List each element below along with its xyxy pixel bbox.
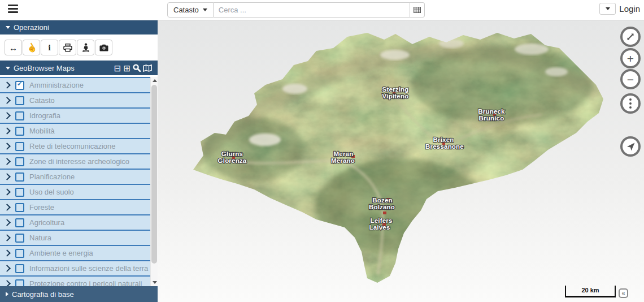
search-category-label: Catasto bbox=[173, 6, 199, 14]
layer-checkbox[interactable] bbox=[15, 249, 24, 258]
layer-row-natura[interactable]: Natura bbox=[0, 230, 150, 245]
caret-down-icon bbox=[606, 7, 610, 10]
layer-row-scienze-terra[interactable]: Informazioni sulle scienze della terra bbox=[0, 260, 150, 275]
chevron-right-icon[interactable] bbox=[3, 249, 11, 257]
search-results-table-button[interactable] bbox=[410, 2, 425, 18]
chevron-right-icon[interactable] bbox=[3, 188, 11, 196]
layer-list-scrollbar[interactable] bbox=[150, 77, 158, 286]
screenshot-button[interactable] bbox=[95, 40, 112, 55]
chevron-right-icon[interactable] bbox=[3, 158, 11, 165]
table-grid-icon bbox=[414, 7, 421, 13]
layer-label: Natura bbox=[29, 234, 51, 242]
layer-checkbox[interactable] bbox=[15, 96, 24, 105]
layer-label: Idrografia bbox=[29, 111, 60, 120]
zoom-in-button[interactable]: + bbox=[620, 48, 641, 68]
layer-checkbox[interactable] bbox=[15, 172, 24, 182]
dots-vertical-icon bbox=[629, 98, 632, 101]
place-label: Brunico bbox=[479, 115, 504, 122]
place-label: Glorenza bbox=[218, 157, 247, 164]
scrollbar-thumb[interactable] bbox=[151, 85, 157, 264]
print-icon bbox=[63, 44, 72, 52]
place-label: Bressanone bbox=[425, 143, 464, 150]
panel-title: GeoBrowser Maps bbox=[14, 64, 75, 72]
place-label: Bruneck bbox=[478, 108, 505, 115]
plus-icon: + bbox=[627, 53, 634, 64]
search-category-dropdown[interactable]: Catasto bbox=[167, 2, 214, 18]
layer-row-ambiente-energia[interactable]: Ambiente e energia bbox=[0, 245, 150, 260]
scroll-up-icon[interactable] bbox=[153, 79, 157, 82]
layer-row-rete-telecomunicazione[interactable]: Rete di telecomunicazione bbox=[0, 138, 150, 153]
layer-row-catasto[interactable]: Catasto bbox=[0, 92, 150, 107]
layer-checkbox[interactable] bbox=[15, 81, 24, 90]
search-input[interactable] bbox=[214, 2, 410, 18]
layer-row-zone-archeologico[interactable]: Zone di interesse archeologico bbox=[0, 153, 150, 169]
collapse-all-icon[interactable]: ⊟ bbox=[114, 64, 121, 72]
layer-label: Protezione contro i pericoli naturali bbox=[29, 279, 142, 286]
layer-checkbox[interactable] bbox=[15, 157, 24, 166]
chevron-right-icon[interactable] bbox=[3, 234, 11, 241]
search-layers-icon[interactable] bbox=[133, 64, 141, 72]
panel-header-geobrowser[interactable]: GeoBrowser Maps ⊟ ⊞ bbox=[0, 61, 158, 75]
chevron-right-icon[interactable] bbox=[3, 173, 11, 180]
layer-checkbox[interactable] bbox=[15, 279, 24, 287]
info-button[interactable]: i bbox=[41, 40, 58, 55]
zoom-out-button[interactable]: − bbox=[620, 69, 641, 89]
layer-row-pianificazione[interactable]: Pianificazione bbox=[0, 169, 150, 184]
minus-icon: − bbox=[627, 74, 634, 85]
panel-header-operazioni[interactable]: Operazioni bbox=[0, 20, 158, 34]
login-dropdown-button[interactable] bbox=[599, 3, 616, 15]
legend-map-icon[interactable] bbox=[143, 64, 152, 72]
panel-header-cartografia-di-base[interactable]: Cartografia di base bbox=[0, 286, 158, 302]
place-label: Bolzano bbox=[369, 204, 395, 210]
chevron-right-icon[interactable] bbox=[3, 143, 11, 150]
camera-icon bbox=[99, 44, 108, 51]
hamburger-menu-icon[interactable] bbox=[8, 5, 18, 14]
chevron-right-icon[interactable] bbox=[3, 81, 11, 89]
chevron-right-icon[interactable] bbox=[3, 112, 11, 119]
layer-label: Foreste bbox=[29, 203, 54, 212]
chevron-right-icon[interactable] bbox=[3, 97, 11, 104]
chevron-right-icon[interactable] bbox=[3, 127, 11, 135]
layer-label: Mobilità bbox=[29, 127, 55, 135]
layer-label: Amministrazione bbox=[29, 81, 84, 89]
layer-label: Agricoltura bbox=[29, 218, 64, 227]
caret-right-icon bbox=[6, 292, 8, 296]
more-options-button[interactable] bbox=[620, 93, 641, 114]
select-hand-button[interactable]: ☝ bbox=[23, 40, 40, 55]
panel-title: Operazioni bbox=[14, 23, 49, 32]
layer-checkbox[interactable] bbox=[15, 142, 24, 151]
chevron-right-icon[interactable] bbox=[3, 204, 11, 211]
layer-row-idrografia[interactable]: Idrografia bbox=[0, 107, 150, 123]
attribution-toggle-button[interactable]: « bbox=[619, 288, 628, 298]
caret-down-icon bbox=[203, 8, 207, 11]
layer-checkbox[interactable] bbox=[15, 188, 24, 197]
fullscreen-button[interactable] bbox=[620, 27, 641, 47]
map-controls: + − bbox=[620, 27, 641, 157]
layer-checkbox[interactable] bbox=[15, 218, 24, 227]
layer-checkbox[interactable] bbox=[15, 234, 24, 243]
chevron-right-icon[interactable] bbox=[3, 280, 11, 286]
layer-row-agricoltura[interactable]: Agricoltura bbox=[0, 214, 150, 230]
layer-label: Zone di interesse archeologico bbox=[29, 157, 129, 166]
layer-row-foreste[interactable]: Foreste bbox=[0, 199, 150, 214]
street-view-button[interactable] bbox=[77, 40, 94, 55]
expand-all-icon[interactable]: ⊞ bbox=[123, 64, 130, 72]
layer-row-mobilita[interactable]: Mobilità bbox=[0, 123, 150, 138]
chevron-right-icon[interactable] bbox=[3, 265, 11, 272]
layer-checkbox[interactable] bbox=[15, 111, 24, 120]
pan-horizontal-button[interactable]: ↔ bbox=[5, 40, 22, 55]
layer-row-uso-del-suolo[interactable]: Uso del suolo bbox=[0, 184, 150, 199]
place-label: Vipiteno bbox=[382, 93, 409, 100]
print-button[interactable] bbox=[59, 40, 76, 55]
layer-checkbox[interactable] bbox=[15, 264, 24, 273]
layer-row-amministrazione[interactable]: Amministrazione bbox=[0, 77, 150, 92]
layer-checkbox[interactable] bbox=[15, 127, 24, 136]
map-canvas[interactable]: Sterzing Vipiteno Bruneck Brunico Brixen… bbox=[158, 20, 644, 302]
layer-checkbox[interactable] bbox=[15, 203, 24, 212]
login-link[interactable]: Login bbox=[619, 4, 640, 14]
scroll-down-icon[interactable] bbox=[153, 281, 157, 284]
chevron-right-icon[interactable] bbox=[3, 219, 11, 226]
geolocate-button[interactable] bbox=[620, 136, 641, 157]
layer-row-pericoli-naturali[interactable]: Protezione contro i pericoli naturali bbox=[0, 275, 150, 286]
login-area: Login bbox=[599, 3, 640, 15]
